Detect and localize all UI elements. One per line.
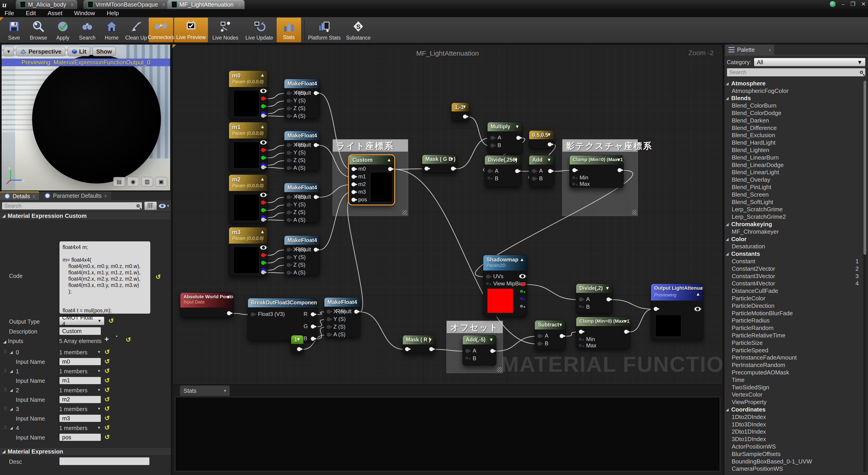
minimize-button[interactable]: – bbox=[842, 1, 844, 7]
green-output-pin[interactable] bbox=[520, 290, 523, 293]
node-clamp1[interactable]: Clamp (Min=0) (Max=1)▼MinMax bbox=[569, 155, 624, 188]
palette-item-Constant4Vector[interactable]: Constant4Vector4 bbox=[726, 280, 862, 287]
drag-handle-icon[interactable]: ⁞⁞ bbox=[4, 387, 7, 392]
collapse-icon[interactable]: ▲ bbox=[260, 72, 265, 78]
b-pin[interactable] bbox=[537, 342, 541, 346]
apply-button[interactable]: Apply bbox=[51, 17, 75, 43]
collapse-icon[interactable]: ▲ bbox=[260, 177, 265, 182]
output-pin[interactable] bbox=[490, 349, 494, 353]
output-pin[interactable] bbox=[618, 168, 622, 172]
close-icon[interactable]: x bbox=[162, 2, 165, 7]
close-button[interactable]: ✕ bbox=[861, 1, 866, 7]
a-pin[interactable] bbox=[532, 169, 536, 173]
viewport-tool-button-2[interactable]: ◉ bbox=[127, 177, 139, 186]
palette-item-Blend_Exclusion[interactable]: Blend_Exclusion bbox=[726, 132, 862, 139]
output-pin[interactable] bbox=[463, 115, 467, 119]
search-button[interactable]: Search bbox=[75, 17, 99, 43]
details-search-input[interactable] bbox=[4, 203, 136, 209]
min-pin[interactable] bbox=[579, 338, 582, 341]
palette-item-PrecomputedAOMask[interactable]: PrecomputedAOMask bbox=[726, 369, 862, 376]
resize-handle-icon[interactable] bbox=[497, 367, 502, 372]
viewport-tool-button-1[interactable]: ▤ bbox=[113, 177, 125, 186]
palette-item-ParticleSize[interactable]: ParticleSize bbox=[726, 339, 862, 347]
inputs-label[interactable]: ◢ Inputs bbox=[3, 338, 23, 344]
red-output-pin[interactable] bbox=[261, 148, 265, 152]
viewport-tool-button-4[interactable]: ▣ bbox=[155, 177, 167, 186]
preview-eye-pin[interactable] bbox=[260, 140, 267, 145]
menu-file[interactable]: File bbox=[4, 10, 14, 17]
tab-stats[interactable]: Stats ▾ bbox=[180, 385, 230, 396]
collapse-icon[interactable]: ▼ bbox=[514, 157, 518, 162]
min-pin[interactable] bbox=[572, 176, 575, 179]
chevron-down-icon[interactable]: ▼ bbox=[97, 388, 101, 392]
comment-title[interactable]: ライト座標系 bbox=[333, 139, 408, 152]
rgb-output-pin[interactable] bbox=[519, 274, 526, 278]
live-nodes-button[interactable]: Live Nodes bbox=[209, 17, 242, 43]
output-pin[interactable] bbox=[516, 136, 520, 140]
palette-item-Blend_Difference[interactable]: Blend_Difference bbox=[726, 124, 862, 132]
lit-button[interactable]: Lit bbox=[68, 47, 90, 56]
collapse-icon[interactable]: ▼ bbox=[226, 294, 230, 299]
palette-item-Blend_Screen[interactable]: Blend_Screen bbox=[726, 191, 862, 198]
node-add[interactable]: Add▼AB bbox=[529, 155, 554, 187]
reset-icon[interactable]: ↺ bbox=[104, 348, 110, 356]
blue-output-pin[interactable] bbox=[520, 297, 523, 300]
save-button[interactable]: Save bbox=[2, 17, 26, 43]
resize-handle-icon[interactable] bbox=[402, 210, 407, 215]
node-c1[interactable]: 1▼ bbox=[291, 335, 304, 353]
palette-item-ActorPositionWS[interactable]: ActorPositionWS bbox=[726, 443, 862, 450]
details-search-box[interactable] bbox=[2, 202, 142, 210]
palette-search-input[interactable] bbox=[729, 69, 860, 75]
collapse-icon[interactable]: ▼ bbox=[616, 157, 621, 162]
reset-icon[interactable]: ↺ bbox=[104, 434, 110, 441]
reset-icon[interactable]: ↺ bbox=[108, 317, 114, 324]
output-pin-G[interactable] bbox=[311, 324, 315, 328]
palette-item-1Dto3DIndex[interactable]: 1Dto3DIndex bbox=[726, 421, 862, 428]
input-pin[interactable] bbox=[351, 198, 355, 202]
b-pin[interactable] bbox=[488, 177, 490, 180]
collapse-icon[interactable]: ▼ bbox=[450, 157, 454, 162]
output-pin[interactable] bbox=[388, 167, 392, 171]
node-mult[interactable]: Multiply▼AB bbox=[487, 122, 522, 154]
home-button[interactable]: Home bbox=[99, 17, 124, 43]
output-pin[interactable] bbox=[548, 142, 552, 147]
collapse-icon[interactable]: ▲ bbox=[520, 257, 524, 262]
input-pin[interactable] bbox=[327, 325, 331, 329]
reset-icon[interactable]: ↺ bbox=[156, 273, 161, 281]
input-pin[interactable] bbox=[287, 114, 291, 118]
perspective-button[interactable]: Perspective bbox=[16, 47, 65, 56]
node-custom[interactable]: Custom▲m0m1m2m3pos bbox=[349, 155, 394, 204]
uvs-pin[interactable] bbox=[486, 275, 490, 279]
input-pin[interactable] bbox=[287, 218, 291, 222]
array-element-row-4[interactable]: ⁞⁞ ◢ 4 1 members ▼ ↺ bbox=[0, 423, 171, 433]
output-pin[interactable] bbox=[429, 347, 433, 351]
input-pin[interactable] bbox=[287, 255, 291, 259]
input-name-field[interactable]: m1 bbox=[59, 377, 101, 384]
node-c11[interactable]: 1,-1▼ bbox=[452, 103, 469, 121]
clean-up-button[interactable]: Clean Up bbox=[124, 17, 148, 43]
green-output-pin[interactable] bbox=[261, 104, 265, 108]
collapse-icon[interactable]: ▼ bbox=[547, 157, 551, 162]
wire[interactable] bbox=[267, 250, 286, 255]
input-pin[interactable] bbox=[287, 99, 291, 103]
output-pin[interactable] bbox=[451, 166, 455, 170]
drag-handle-icon[interactable]: ⁞⁞ bbox=[4, 406, 7, 411]
palette-item-Blend_LinearDodge[interactable]: Blend_LinearDodge bbox=[726, 161, 862, 169]
red-output-pin[interactable] bbox=[261, 200, 265, 204]
palette-item-Blend_LinearBurn[interactable]: Blend_LinearBurn bbox=[726, 154, 862, 161]
node-div256[interactable]: Divide(,256)▼AB bbox=[485, 155, 521, 187]
reset-icon[interactable]: ↺ bbox=[104, 386, 110, 394]
browse-button[interactable]: Browse bbox=[26, 17, 51, 43]
chevron-down-icon[interactable]: ▼ bbox=[97, 407, 101, 411]
palette-category-Chromakeying[interactable]: ◢Chromakeying bbox=[726, 221, 862, 228]
palette-item-Blend_LinearLight[interactable]: Blend_LinearLight bbox=[726, 169, 862, 176]
node-add5[interactable]: Add(,-5)▼AB bbox=[463, 335, 496, 366]
preview-viewport[interactable]: ▼ Perspective Lit Show Previewing: Mater… bbox=[1, 44, 170, 191]
drag-handle-icon[interactable]: ⁞⁞ bbox=[4, 425, 7, 430]
red-output-pin[interactable] bbox=[261, 96, 265, 101]
output-pin-R[interactable] bbox=[311, 312, 315, 316]
asset-tab-M_Alicia_body[interactable]: M_Alicia_bodyx bbox=[16, 0, 77, 9]
result-pin[interactable] bbox=[314, 143, 318, 147]
node-mf3[interactable]: MakeFloat4X (S)Y (S)Z (S)A (S)Result bbox=[284, 183, 320, 223]
palette-item-Blend_SoftLight[interactable]: Blend_SoftLight bbox=[726, 198, 862, 206]
